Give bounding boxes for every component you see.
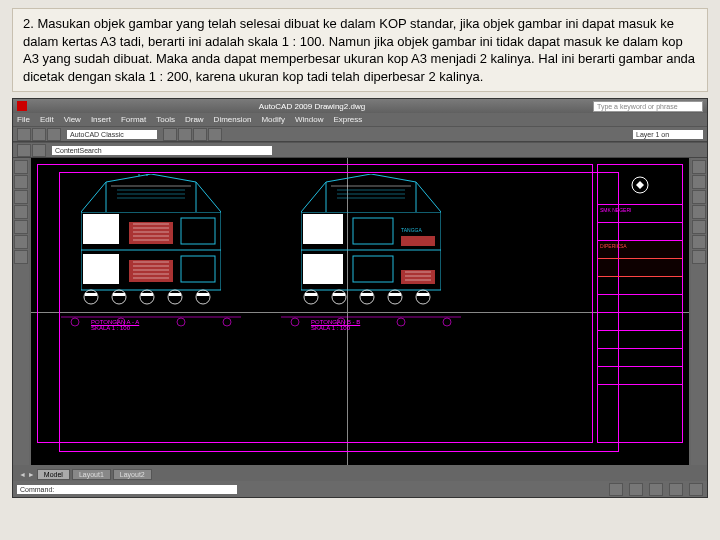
svg-rect-6 bbox=[129, 260, 173, 282]
workspace-dropdown[interactable]: AutoCAD Classic bbox=[67, 130, 157, 139]
svg-rect-8 bbox=[181, 256, 215, 282]
menu-view[interactable]: View bbox=[64, 115, 81, 124]
snap-toggle[interactable] bbox=[609, 483, 623, 496]
polyline-button[interactable] bbox=[14, 175, 28, 189]
text-button[interactable] bbox=[14, 250, 28, 264]
grid-toggle[interactable] bbox=[629, 483, 643, 496]
save-button[interactable] bbox=[47, 128, 61, 141]
title-block-row bbox=[598, 331, 682, 349]
copy-button[interactable] bbox=[692, 175, 706, 189]
erase-button[interactable] bbox=[692, 160, 706, 174]
content-search[interactable]: ContentSearch bbox=[52, 146, 272, 155]
menu-insert[interactable]: Insert bbox=[91, 115, 111, 124]
pan-button[interactable] bbox=[193, 128, 207, 141]
tab-model[interactable]: Model bbox=[37, 469, 70, 480]
autocad-window: AutoCAD 2009 Drawing2.dwg Type a keyword… bbox=[12, 98, 708, 498]
menu-format[interactable]: Format bbox=[121, 115, 146, 124]
hatch-button[interactable] bbox=[14, 235, 28, 249]
trim-button[interactable] bbox=[692, 250, 706, 264]
instruction-box: 2. Masukan objek gambar yang telah seles… bbox=[12, 8, 708, 92]
svg-point-9 bbox=[84, 290, 98, 304]
menu-dimension[interactable]: Dimension bbox=[214, 115, 252, 124]
svg-rect-14 bbox=[85, 293, 97, 296]
title-block-row: SMK NEGERI bbox=[598, 205, 682, 223]
polar-toggle[interactable] bbox=[669, 483, 683, 496]
svg-rect-17 bbox=[169, 293, 181, 296]
layers-toolbar: ContentSearch bbox=[13, 142, 707, 158]
svg-rect-28 bbox=[353, 218, 393, 244]
offset-button[interactable] bbox=[692, 205, 706, 219]
tab-layout2[interactable]: Layout2 bbox=[113, 469, 152, 480]
section-a-drawing: POTONGAN A - A SKALA 1 : 100 bbox=[51, 174, 251, 344]
svg-rect-7 bbox=[181, 218, 215, 244]
section-a-label: POTONGAN A - A SKALA 1 : 100 bbox=[91, 319, 221, 331]
title-bar: AutoCAD 2009 Drawing2.dwg Type a keyword… bbox=[13, 99, 707, 113]
svg-rect-26 bbox=[303, 214, 343, 244]
osnap-toggle[interactable] bbox=[689, 483, 703, 496]
svg-rect-27 bbox=[303, 254, 343, 284]
redo-button[interactable] bbox=[178, 128, 192, 141]
menu-window[interactable]: Window bbox=[295, 115, 323, 124]
undo-button[interactable] bbox=[163, 128, 177, 141]
menu-express[interactable]: Express bbox=[333, 115, 362, 124]
svg-rect-31 bbox=[401, 236, 435, 246]
zoom-button[interactable] bbox=[208, 128, 222, 141]
svg-rect-4 bbox=[83, 254, 119, 284]
svg-rect-42 bbox=[417, 293, 429, 296]
instruction-text: Masukan objek gambar yang telah selesai … bbox=[23, 16, 695, 84]
menu-modify[interactable]: Modify bbox=[261, 115, 285, 124]
title-block: SMK NEGERI DIPERIKSA bbox=[597, 164, 683, 443]
arc-button[interactable] bbox=[14, 205, 28, 219]
menu-edit[interactable]: Edit bbox=[40, 115, 54, 124]
layer-props-button[interactable] bbox=[17, 144, 31, 157]
svg-point-20 bbox=[71, 318, 79, 326]
svg-rect-41 bbox=[389, 293, 401, 296]
help-search-input[interactable]: Type a keyword or phrase bbox=[593, 101, 703, 112]
mirror-button[interactable] bbox=[692, 190, 706, 204]
section-b-drawing: TANGGA POTONGAN B - B SKALA 1 : 100 bbox=[271, 174, 471, 344]
svg-rect-15 bbox=[113, 293, 125, 296]
title-block-row bbox=[598, 259, 682, 277]
svg-rect-38 bbox=[305, 293, 317, 296]
svg-point-13 bbox=[196, 290, 210, 304]
section-a-scale: SKALA 1 : 100 bbox=[91, 325, 221, 331]
section-b-scale: SKALA 1 : 100 bbox=[311, 325, 441, 331]
draw-toolbar bbox=[13, 158, 29, 465]
layer-state-button[interactable] bbox=[32, 144, 46, 157]
svg-rect-16 bbox=[141, 293, 153, 296]
open-button[interactable] bbox=[32, 128, 46, 141]
svg-rect-18 bbox=[197, 293, 209, 296]
menu-bar: File Edit View Insert Format Tools Draw … bbox=[13, 113, 707, 126]
title-block-row bbox=[598, 313, 682, 331]
title-block-row bbox=[598, 367, 682, 385]
status-bar: Command: bbox=[13, 481, 707, 497]
tab-layout1[interactable]: Layout1 bbox=[72, 469, 111, 480]
title-block-row bbox=[598, 349, 682, 367]
standard-toolbar: AutoCAD Classic Layer 1 on bbox=[13, 126, 707, 142]
svg-point-35 bbox=[360, 290, 374, 304]
svg-point-44 bbox=[291, 318, 299, 326]
circle-button[interactable] bbox=[14, 190, 28, 204]
svg-point-23 bbox=[223, 318, 231, 326]
modify-toolbar bbox=[691, 158, 707, 465]
title-block-logo bbox=[598, 165, 682, 205]
svg-rect-39 bbox=[333, 293, 345, 296]
ortho-toggle[interactable] bbox=[649, 483, 663, 496]
layout-tabs: ◄ ► Model Layout1 Layout2 bbox=[13, 467, 707, 481]
layer-dropdown[interactable]: Layer 1 on bbox=[633, 130, 703, 139]
svg-point-34 bbox=[332, 290, 346, 304]
new-button[interactable] bbox=[17, 128, 31, 141]
line-button[interactable] bbox=[14, 160, 28, 174]
menu-draw[interactable]: Draw bbox=[185, 115, 204, 124]
menu-tools[interactable]: Tools bbox=[156, 115, 175, 124]
move-button[interactable] bbox=[692, 220, 706, 234]
rotate-button[interactable] bbox=[692, 235, 706, 249]
svg-rect-29 bbox=[353, 256, 393, 282]
command-line[interactable]: Command: bbox=[17, 485, 237, 494]
drawing-canvas[interactable]: SMK NEGERI DIPERIKSA bbox=[31, 158, 689, 465]
rectangle-button[interactable] bbox=[14, 220, 28, 234]
svg-point-12 bbox=[168, 290, 182, 304]
menu-file[interactable]: File bbox=[17, 115, 30, 124]
svg-point-47 bbox=[443, 318, 451, 326]
svg-point-11 bbox=[140, 290, 154, 304]
